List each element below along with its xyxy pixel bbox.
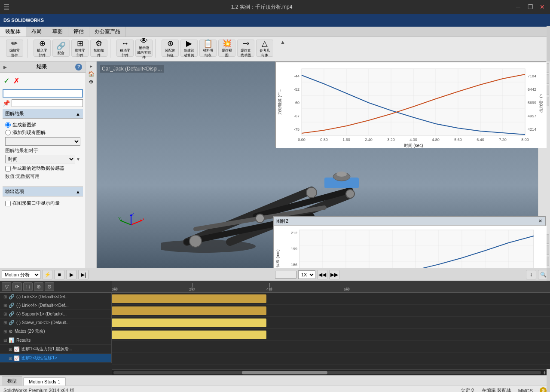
show-hide-btn[interactable]: 👁显示隐藏的零部件 (135, 40, 153, 57)
tree-expand-chart2[interactable]: ⊞ (9, 356, 12, 361)
svg-text:0.80: 0.80 (320, 138, 328, 142)
tc-btn-5[interactable]: ⊖ (45, 282, 54, 291)
timeline-item-0[interactable]: ⊞ 🔗 (-) Link<3> (Default<<Def... (0, 293, 111, 301)
tab-evaluate[interactable]: 评估 (68, 27, 89, 37)
tree-expand-1[interactable]: ⊞ (3, 303, 7, 308)
tc-btn-2[interactable]: ⟳ (12, 282, 22, 291)
tc-btn-3[interactable]: ↑↓ (23, 282, 33, 291)
close-button[interactable]: ✕ (538, 3, 547, 11)
tc-btn-4[interactable]: ⊕ (34, 282, 43, 291)
left-panel: ▸ 结果 ? ✓ ✗ 📌 (0, 61, 86, 268)
timeline-item-2[interactable]: ⊞ 🔗 (-) Support<1> (Default<... (0, 310, 111, 318)
viewport[interactable]: Car_Jack (Default<Displ... (97, 61, 550, 268)
statusbar: SolidWorks Premium 2014 x64 版 欠定义 在编辑 装配… (0, 386, 550, 392)
output-collapse[interactable]: ▲ (76, 189, 80, 194)
next-key-btn[interactable]: ▶▶ (329, 270, 339, 279)
time-select[interactable]: 时间 (5, 155, 75, 163)
next-frame-btn[interactable]: ▶| (78, 270, 89, 279)
chart-results-header[interactable]: 图解结果 ▲ (3, 109, 83, 119)
generate-new-radio[interactable] (5, 122, 11, 128)
tree-expand-chart1[interactable]: ⊞ (9, 347, 12, 352)
speed-select[interactable]: 1X 2X (298, 270, 315, 279)
sensor-checkbox[interactable] (5, 166, 11, 172)
restore-button[interactable]: ❐ (526, 3, 535, 11)
motion-type-select[interactable]: Motion 分析 (2, 270, 40, 279)
tree-expand-3[interactable]: ⊞ (3, 320, 7, 325)
scroll-track[interactable] (113, 371, 541, 374)
chart-results-label: 图解结果 (5, 110, 24, 117)
zoom-out-timeline-btn[interactable]: - (546, 369, 548, 376)
time-display[interactable] (275, 271, 296, 279)
timeline-scrollbar[interactable]: + - (112, 369, 550, 375)
minimize-button[interactable]: ─ (514, 3, 522, 11)
svg-text:4.80: 4.80 (432, 138, 440, 142)
filter-btn[interactable]: ▽ (2, 282, 11, 291)
zoom-in-timeline-btn[interactable]: + (543, 369, 546, 376)
timeline-item-3[interactable]: ⊞ 🔗 (-) Screw_rod<1> (Default... (0, 318, 111, 327)
tab-assembly[interactable]: 装配体 (0, 27, 26, 37)
stop-motion-btn[interactable]: ■ (54, 270, 64, 279)
ribbon-collapse-btn[interactable]: ▲ (280, 39, 288, 46)
timeline-item-chart2[interactable]: ⊞ 📈 图解2<线性位移1> (0, 354, 111, 363)
play-motion-btn[interactable]: ▶ (66, 270, 76, 279)
scroll-thumb[interactable] (242, 371, 327, 374)
sw-logo: DS SOLIDWORKS (3, 18, 44, 23)
explode-line-btn[interactable]: ⊸爆炸直线草图 (237, 40, 254, 57)
value-input[interactable] (12, 99, 83, 107)
calculate-btn[interactable]: ⚡ (42, 270, 52, 279)
tree-expand-results[interactable]: ⊟ (3, 338, 7, 343)
help-button[interactable]: ? (75, 64, 82, 70)
relative-to-label: 图解结果相对于: (5, 147, 80, 154)
chart-results-collapse[interactable]: ▲ (76, 111, 80, 116)
timeline-item-mates[interactable]: ⊞ ⚙ Mates (29 元余) (0, 327, 111, 336)
tree-label-results: Results (16, 338, 31, 343)
timeline-item-results[interactable]: ⊟ 📊 Results (0, 336, 111, 345)
chart2-close-btn[interactable]: ✕ (538, 218, 542, 224)
tree-icon-1[interactable]: 🏠 (88, 71, 95, 77)
header-expand-icon[interactable]: ▸ (3, 64, 6, 70)
smart-fastener-btn[interactable]: ⚙智能扣件 (90, 40, 107, 57)
menu-icon[interactable]: ☰ (3, 3, 9, 11)
tree-icon-2[interactable]: ⊕ (89, 79, 93, 85)
output-section-header[interactable]: 输出选项 ▲ (3, 187, 83, 196)
ok-icon[interactable]: ✓ (3, 76, 10, 86)
assembly-features-btn[interactable]: ⊛装配体特征 (162, 40, 179, 57)
pin-icon: 📌 (3, 100, 10, 107)
tree-expand-icon[interactable]: ▸ (90, 63, 92, 69)
timeline-item-chart1[interactable]: ⊞ 📈 图解1<马达力矩1,能源滑... (0, 345, 111, 354)
new-motion-btn[interactable]: ▶新建运动算例 (180, 40, 198, 57)
show-vector-checkbox[interactable] (5, 201, 11, 206)
ref-geometry-btn[interactable]: △参考几何体 (256, 40, 273, 57)
edit-part-btn[interactable]: ✏编辑零部件 (6, 40, 23, 57)
explode-btn[interactable]: 💥爆炸视图 (218, 40, 235, 57)
zoom-timeline-btn[interactable]: 🔍 (538, 270, 548, 279)
svg-text:4957: 4957 (528, 114, 536, 118)
tab-office[interactable]: 办公室产品 (89, 27, 126, 37)
move-component-btn[interactable]: ↔移动零部件 (116, 40, 134, 57)
bom-btn[interactable]: 📋材料明细表 (199, 40, 217, 57)
insert-part-btn[interactable]: ⊕插入零部件 (34, 40, 51, 57)
name-input[interactable] (3, 89, 83, 98)
cancel-icon[interactable]: ✗ (13, 76, 20, 86)
prev-key-btn[interactable]: ◀◀ (317, 270, 327, 279)
tab-sketch[interactable]: 草图 (47, 27, 68, 37)
tab-motion-study[interactable]: Motion Study 1 (23, 377, 66, 386)
add-existing-radio[interactable] (5, 130, 11, 135)
tab-layout[interactable]: 布局 (26, 27, 47, 37)
track-0 (112, 293, 550, 305)
tree-expand-mates[interactable]: ⊞ (3, 329, 7, 334)
timeline-item-1[interactable]: ⊞ 🔗 (-) Link<4> (Default<<Def... (0, 301, 111, 310)
chart2[interactable]: 图解2 ✕ (273, 216, 546, 268)
tree-expand-2[interactable]: ⊞ (3, 312, 7, 316)
tree-expand-0[interactable]: ⊞ (3, 294, 7, 299)
tree-icon-link3: 🔗 (9, 294, 15, 300)
tree-label-chart1: 图解1<马达力矩1,能源滑... (21, 346, 72, 352)
linear-pattern-btn[interactable]: ⊞线性零部件 (71, 40, 89, 57)
chart-name-select[interactable] (5, 137, 80, 146)
chart1[interactable]: -44 -52 -60 -67 -75 7184 6442 5699 4957 … (275, 61, 546, 147)
timeline-tracks[interactable] (112, 293, 550, 369)
mate-btn[interactable]: 🔗配合 (52, 40, 70, 57)
timeline-expand-btn[interactable]: ↕ (526, 270, 536, 279)
tab-model[interactable]: 模型 (2, 376, 22, 386)
titlebar: ☰ 1.2 实例：千斤顶分析.mp4 ─ ❐ ✕ (0, 0, 550, 14)
